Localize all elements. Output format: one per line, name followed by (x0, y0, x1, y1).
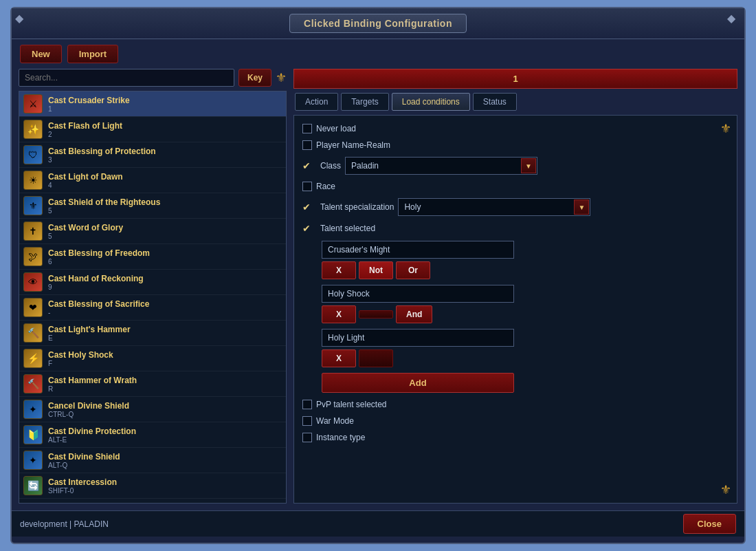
talent-2-input[interactable] (322, 285, 514, 303)
spell-key: ALT-Q (48, 462, 120, 469)
scroll-bottom-icon: ⚜ (720, 482, 731, 497)
spell-key: 5 (48, 233, 123, 240)
tab-status[interactable]: Status (473, 93, 517, 111)
scroll-icon: ⚜ (276, 70, 287, 85)
key-button[interactable]: Key (238, 69, 271, 87)
spell-info: Cast Divine ProtectionALT-E (48, 426, 136, 444)
war-mode-label: War Mode (316, 416, 354, 426)
spell-icon: ❤ (23, 298, 43, 317)
spell-icon: ⚔ (23, 94, 43, 114)
spell-list[interactable]: ⚔Cast Crusader Strike1✨Cast Flash of Lig… (19, 91, 287, 504)
war-mode-checkbox[interactable] (302, 416, 312, 426)
spell-key: - (48, 309, 149, 316)
tab-targets[interactable]: Targets (341, 93, 388, 111)
new-button[interactable]: New (20, 45, 62, 63)
talent-1-not-button[interactable]: Not (359, 261, 393, 279)
toolbar: New Import (12, 39, 744, 69)
add-button[interactable]: Add (322, 373, 514, 393)
search-input[interactable] (19, 69, 234, 87)
spell-item[interactable]: 🔨Cast Hammer of WrathR (19, 371, 286, 397)
spell-name: Cast Blessing of Protection (48, 147, 156, 156)
spell-icon: 🕊 (23, 247, 43, 266)
talent-selected-check-icon[interactable]: ✔ (302, 223, 316, 234)
tabs-row: Action Targets Load conditions Status (293, 93, 737, 111)
spell-key: F (48, 360, 113, 367)
spell-item[interactable]: 🔄Cast IntercessionSHIFT-0 (19, 473, 286, 499)
talent-2-x-button[interactable]: X (322, 305, 356, 323)
spell-info: Cast IntercessionSHIFT-0 (48, 477, 117, 495)
class-label: Class (320, 161, 341, 171)
race-label: Race (316, 182, 335, 191)
pvp-talent-label: PvP talent selected (316, 400, 387, 409)
spell-key: 6 (48, 258, 150, 266)
spell-info: Cast Hand of Reckoning9 (48, 274, 144, 291)
never-load-label: Never load (316, 124, 356, 133)
spell-item[interactable]: ✦Cancel Divine ShieldCTRL-Q (19, 397, 286, 422)
talent-spec-select[interactable]: Holy (398, 198, 590, 216)
spell-info: Cast Crusader Strike1 (48, 96, 130, 113)
spell-item[interactable]: 🕊Cast Blessing of Freedom6 (19, 244, 286, 270)
search-row: Key ⚜ (19, 69, 287, 87)
tab-load-conditions[interactable]: Load conditions (392, 93, 470, 111)
spell-item[interactable]: ☀Cast Light of Dawn4 (19, 168, 286, 193)
scroll-top-icon: ⚜ (720, 121, 731, 136)
instance-type-label: Instance type (316, 433, 365, 442)
talent-block-1: X Not Or (322, 241, 729, 279)
spell-key: ALT-E (48, 436, 136, 444)
spell-key: 9 (48, 283, 144, 291)
talent-1-input[interactable] (322, 241, 514, 259)
talent-1-x-button[interactable]: X (322, 261, 356, 279)
talent-2-and-button[interactable]: And (396, 305, 432, 323)
spell-item[interactable]: ⚜Cast Shield of the Righteous5 (19, 193, 286, 219)
talent-1-or-button[interactable]: Or (396, 261, 430, 279)
spell-item[interactable]: 👁Cast Hand of Reckoning9 (19, 270, 286, 295)
class-select[interactable]: Paladin (345, 157, 537, 175)
talent-3-blank-button[interactable] (359, 349, 393, 367)
close-button[interactable]: Close (683, 514, 736, 534)
talent-2-blank-button[interactable] (359, 310, 393, 318)
instance-type-checkbox[interactable] (302, 433, 312, 442)
spell-item[interactable]: 🔨Cast Light's HammerE (19, 321, 286, 346)
spell-item[interactable]: ⚔Cast Crusader Strike1 (19, 91, 286, 117)
spell-name: Cast Blessing of Freedom (48, 248, 150, 258)
talent-3-x-button[interactable]: X (322, 349, 356, 367)
talent-spec-label: Talent specialization (320, 202, 394, 212)
title-bar: ◆ Clicked Binding Configuration ◆ (12, 8, 744, 39)
spell-name: Cast Intercession (48, 477, 117, 487)
spell-key: E (48, 334, 131, 342)
spell-item[interactable]: 🛡Cast Blessing of Protection3 (19, 142, 286, 168)
race-checkbox[interactable] (302, 182, 312, 191)
player-name-checkbox[interactable] (302, 140, 312, 150)
spell-name: Cast Crusader Strike (48, 96, 130, 105)
spell-item[interactable]: ✝Cast Word of Glory5 (19, 219, 286, 244)
spell-key: R (48, 385, 137, 393)
tab-action[interactable]: Action (295, 93, 338, 111)
spell-info: Cast Blessing of Sacrifice- (48, 299, 149, 316)
spell-icon: ✦ (23, 400, 43, 419)
import-button[interactable]: Import (67, 45, 118, 63)
spell-name: Cast Shield of the Righteous (48, 197, 160, 207)
talent-3-input[interactable] (322, 329, 514, 347)
status-text: development | PALADIN (20, 519, 683, 529)
spell-key: 1 (48, 105, 130, 113)
war-mode-row: War Mode (302, 416, 729, 426)
never-load-checkbox[interactable] (302, 124, 312, 133)
class-check-icon[interactable]: ✔ (302, 160, 316, 171)
spell-icon: ☀ (23, 171, 43, 190)
talent-spec-check-icon[interactable]: ✔ (302, 202, 316, 213)
spell-icon: ⚜ (23, 196, 43, 215)
spell-key: 3 (48, 156, 156, 164)
spell-item[interactable]: ✨Cast Flash of Light2 (19, 117, 286, 142)
spell-item[interactable]: ❤Cast Blessing of Sacrifice- (19, 295, 286, 321)
player-name-label: Player Name-Realm (316, 140, 390, 150)
spell-icon: ⚡ (23, 349, 43, 368)
class-row: ✔ Class Paladin ▼ (302, 157, 729, 175)
spell-icon: ✦ (23, 451, 43, 470)
conditions-panel: ⚜ Never load Player Name-Realm ✔ Class (293, 115, 737, 504)
pvp-talent-checkbox[interactable] (302, 400, 312, 409)
spell-item[interactable]: ✦Cast Divine ShieldALT-Q (19, 448, 286, 473)
spell-item[interactable]: ⚡Cast Holy ShockF (19, 346, 286, 371)
spell-key: 4 (48, 182, 123, 189)
spell-item[interactable]: 🔰Cast Divine ProtectionALT-E (19, 422, 286, 448)
spell-info: Cast Blessing of Protection3 (48, 147, 156, 164)
